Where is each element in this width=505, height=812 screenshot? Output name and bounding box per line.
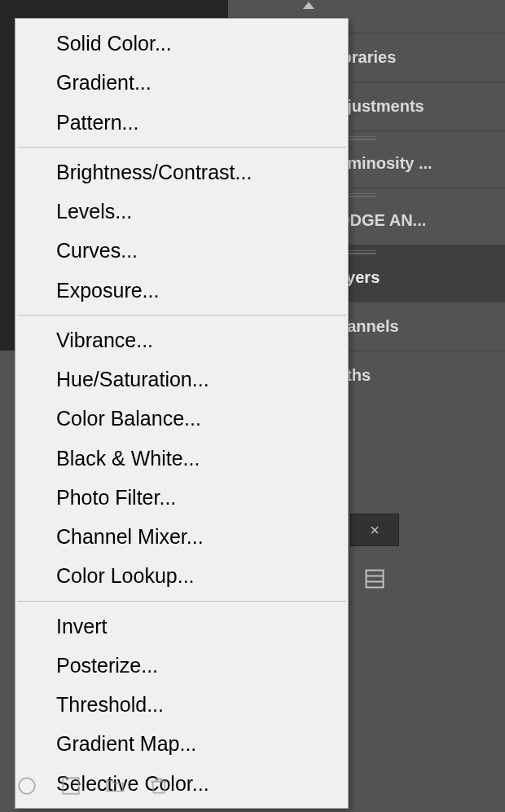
menu-label: Curves... [56, 239, 138, 262]
menu-label: Hue/Saturation... [56, 368, 209, 391]
folder-icon[interactable] [104, 775, 125, 797]
menu-label: Black & White... [56, 447, 200, 470]
menu-item-color-balance[interactable]: Color Balance... [15, 399, 348, 438]
svg-point-3 [19, 778, 35, 794]
menu-label: Levels... [56, 200, 132, 223]
menu-label: Gradient... [56, 71, 152, 94]
layers-bottom-toolbar [16, 771, 228, 801]
menu-label: Posterize... [56, 654, 158, 677]
menu-label: Invert [56, 615, 108, 638]
menu-item-hue-saturation[interactable]: Hue/Saturation... [15, 360, 348, 399]
menu-label: Brightness/Contrast... [56, 161, 252, 183]
menu-item-invert[interactable]: Invert [15, 607, 348, 646]
menu-item-posterize[interactable]: Posterize... [15, 646, 348, 685]
fx-icon[interactable] [16, 775, 37, 797]
mask-icon[interactable] [60, 775, 81, 797]
panel-dock-icon[interactable] [350, 554, 399, 603]
menu-item-vibrance[interactable]: Vibrance... [15, 320, 348, 360]
menu-item-color-lookup[interactable]: Color Lookup... [15, 556, 348, 595]
panel-label: ODGE AN... [337, 211, 426, 229]
menu-label: Vibrance... [56, 329, 153, 351]
adjustment-layer-context-menu: Solid Color... Gradient... Pattern... Br… [15, 18, 349, 809]
list-icon [363, 567, 386, 590]
panel-label: djustments [337, 97, 424, 115]
menu-item-solid-color[interactable]: Solid Color... [15, 24, 348, 63]
svg-rect-4 [63, 778, 79, 794]
collapse-arrow-icon[interactable] [303, 2, 314, 9]
svg-rect-0 [367, 571, 384, 588]
menu-label: Solid Color... [56, 32, 172, 55]
menu-item-exposure[interactable]: Exposure... [15, 271, 348, 310]
close-panel-button[interactable]: × [350, 514, 399, 546]
menu-item-curves[interactable]: Curves... [15, 231, 348, 270]
panel-label: uminosity ... [337, 154, 433, 172]
menu-label: Color Lookup... [56, 564, 195, 587]
menu-item-photo-filter[interactable]: Photo Filter... [15, 478, 348, 517]
menu-label: Pattern... [56, 111, 138, 134]
menu-item-black-white[interactable]: Black & White... [15, 439, 348, 478]
menu-item-gradient-map[interactable]: Gradient Map... [15, 724, 348, 763]
menu-label: Gradient Map... [56, 732, 196, 755]
menu-label: Threshold... [56, 693, 164, 716]
menu-separator [17, 601, 346, 602]
menu-item-brightness-contrast[interactable]: Brightness/Contrast... [15, 152, 348, 192]
menu-separator [17, 147, 346, 148]
menu-label: Channel Mixer... [56, 525, 204, 548]
menu-item-threshold[interactable]: Threshold... [15, 685, 348, 724]
menu-item-pattern[interactable]: Pattern... [15, 103, 348, 142]
menu-item-levels[interactable]: Levels... [15, 192, 348, 231]
menu-label: Exposure... [56, 279, 159, 302]
menu-item-channel-mixer[interactable]: Channel Mixer... [15, 517, 348, 556]
menu-label: Color Balance... [56, 407, 201, 430]
menu-label: Photo Filter... [56, 486, 176, 509]
menu-item-gradient[interactable]: Gradient... [15, 63, 348, 102]
menu-separator [17, 315, 346, 316]
close-icon: × [370, 521, 380, 540]
trash-icon[interactable] [148, 775, 169, 797]
